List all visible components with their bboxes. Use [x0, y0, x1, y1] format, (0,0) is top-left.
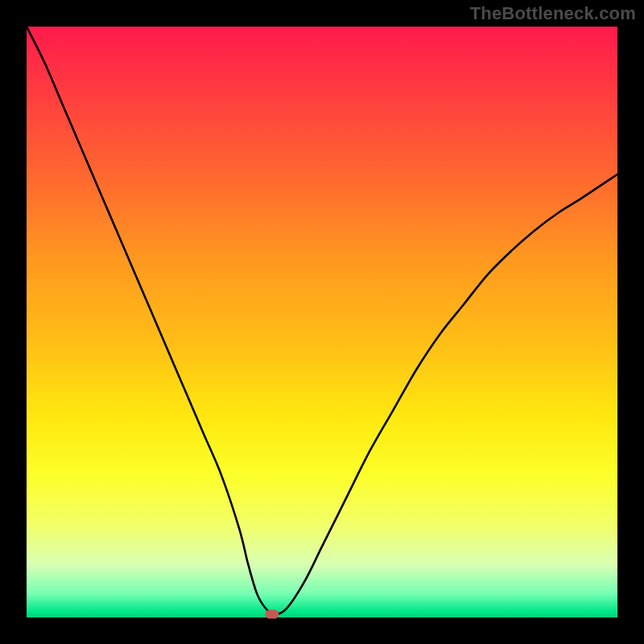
- chart-frame: TheBottleneck.com: [0, 0, 644, 644]
- bottleneck-curve: [27, 27, 617, 614]
- plot-area: [27, 27, 617, 617]
- optimal-point-marker: [265, 610, 279, 619]
- curve-svg: [27, 27, 617, 617]
- watermark-text: TheBottleneck.com: [470, 3, 636, 24]
